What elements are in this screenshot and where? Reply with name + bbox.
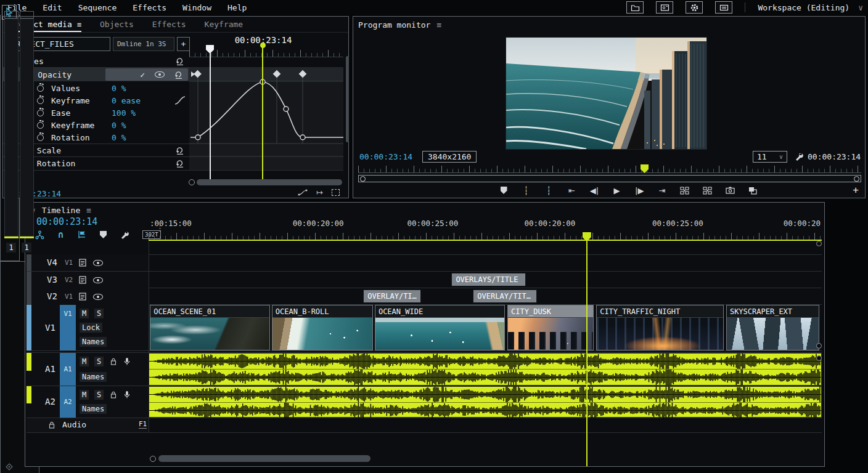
wrench-icon[interactable] — [795, 152, 803, 161]
graph-playhead-secondary[interactable] — [210, 52, 211, 180]
reset-icon[interactable] — [176, 147, 184, 155]
lock-icon[interactable] — [110, 358, 117, 365]
overwrite-icon[interactable] — [748, 187, 758, 195]
step-back-icon[interactable]: ◀| — [589, 186, 599, 195]
marker-icon[interactable] — [100, 231, 107, 238]
eye-icon[interactable] — [93, 277, 103, 283]
keyframe-curve[interactable] — [189, 67, 343, 171]
tab-keyframe[interactable]: Keyframe — [205, 20, 244, 29]
edge-knob-mid[interactable] — [816, 343, 822, 349]
graph-playhead[interactable] — [262, 47, 263, 180]
wrench-icon[interactable] — [120, 230, 129, 239]
tab-effects[interactable]: Effects — [152, 20, 186, 29]
add-button[interactable]: + — [177, 37, 190, 51]
display-icon[interactable] — [715, 1, 732, 14]
extract-icon[interactable] — [702, 187, 712, 195]
menu-window[interactable]: Window — [182, 3, 211, 12]
menu-effects[interactable]: Effects — [133, 3, 166, 12]
video-preview[interactable] — [506, 38, 706, 149]
names-button[interactable]: Names — [80, 404, 107, 414]
video-clip[interactable]: SKYSCRAPER_EXT — [726, 305, 819, 350]
edge-knob-top[interactable] — [816, 241, 822, 246]
track-header-v4[interactable]: V4V1 — [27, 254, 149, 271]
lock-icon[interactable] — [110, 391, 117, 398]
solo-button[interactable]: S — [94, 309, 104, 318]
stopwatch-icon[interactable] — [37, 110, 44, 116]
edge-knob-low[interactable] — [816, 355, 822, 361]
trim-icon[interactable]: ↦ — [316, 188, 323, 197]
mute-button[interactable]: M — [80, 357, 89, 366]
timeline-playhead[interactable] — [586, 232, 588, 466]
menu-help[interactable]: Help — [227, 3, 247, 12]
property-value[interactable]: 100 % — [112, 108, 136, 118]
graph-vertical-scrollbar[interactable] — [346, 56, 349, 142]
track-header-v3[interactable]: V3V2 — [27, 272, 149, 288]
mic-icon[interactable] — [124, 390, 130, 399]
export-frame-icon[interactable] — [725, 187, 735, 194]
track-target-badge[interactable]: V1 — [60, 305, 76, 350]
panel-menu-icon[interactable]: ≡ — [436, 20, 441, 30]
names-button[interactable]: Names — [80, 372, 107, 382]
track-header-v1[interactable]: V1V1MSLockNames — [27, 305, 149, 350]
ease-curve-icon[interactable] — [174, 96, 186, 105]
reset-icon[interactable] — [176, 57, 184, 65]
insert-icon[interactable] — [77, 230, 86, 239]
overlay-clip[interactable]: OVERLAY/TIT… — [473, 289, 537, 303]
panel-menu-icon[interactable]: ≡ — [77, 20, 81, 29]
route-icon[interactable] — [35, 230, 44, 240]
scrub-knob-left[interactable] — [360, 176, 366, 182]
property-value[interactable]: 0 % — [112, 84, 126, 93]
property-value[interactable]: 0 % — [112, 133, 126, 142]
marker-icon[interactable] — [499, 187, 509, 194]
mark-in-icon[interactable]: ┆ — [522, 186, 531, 195]
video-clip[interactable]: CITY_TRAFFIC_NIGHT — [596, 305, 723, 350]
monitor-playhead-handle[interactable] — [641, 164, 649, 173]
step-forward-icon[interactable]: |▶ — [634, 186, 644, 195]
track-options-icon[interactable] — [79, 293, 86, 301]
eye-icon[interactable] — [93, 294, 103, 300]
lock-icon[interactable] — [49, 421, 55, 429]
overlay-clip[interactable]: OVERLAYS/TITLE — [451, 273, 525, 286]
monitor-ruler[interactable] — [358, 164, 861, 173]
render-icon[interactable] — [656, 1, 673, 14]
lock-button[interactable]: Lock — [80, 323, 102, 333]
track-options-icon[interactable] — [79, 259, 86, 267]
add-button[interactable]: + — [853, 184, 859, 196]
graph-playhead-handle[interactable] — [260, 42, 266, 48]
go-to-in-icon[interactable]: ⇤ — [567, 186, 576, 195]
mute-button[interactable]: M — [80, 390, 89, 400]
menu-sequence[interactable]: Sequence — [78, 3, 117, 12]
stopwatch-icon[interactable] — [37, 97, 44, 104]
bin-selector[interactable]: Dmline 1n 3S — [113, 37, 174, 51]
audio-clip-a1[interactable] — [149, 353, 822, 386]
track-header-v2[interactable]: V2V1 — [27, 288, 149, 305]
timeline-ruler[interactable] — [149, 230, 822, 240]
panel-menu-icon[interactable]: ≡ — [86, 206, 91, 215]
video-clip[interactable]: OCEAN_WIDE — [375, 305, 505, 350]
video-clip[interactable]: OCEAN_SCENE_01 — [150, 305, 269, 350]
go-to-out-icon[interactable]: ⇥ — [657, 186, 667, 195]
curve-link-icon[interactable] — [298, 188, 308, 196]
track-target-badge[interactable]: A2 — [60, 386, 76, 418]
settings-icon[interactable] — [686, 1, 703, 14]
menu-edit[interactable]: Edit — [43, 3, 62, 12]
track-target-badge[interactable]: A1 — [60, 353, 76, 386]
video-clip[interactable]: CITY_DUSK — [507, 305, 594, 350]
lift-icon[interactable] — [680, 187, 690, 195]
track-options-icon[interactable] — [79, 276, 86, 284]
mark-out-icon[interactable]: ┆ — [544, 186, 554, 195]
work-area-bar[interactable] — [149, 240, 822, 241]
graph-scroll-knob[interactable] — [189, 179, 195, 185]
audio-fit-button[interactable]: F1 — [139, 420, 147, 429]
timeline-scroll-knob[interactable] — [150, 456, 156, 462]
mute-button[interactable]: M — [80, 309, 89, 318]
video-clip[interactable]: OCEAN_B-ROLL — [272, 305, 373, 350]
property-value[interactable]: 0 ease — [112, 96, 141, 105]
workspace-switcher[interactable]: Workspace (Editing) ∨ — [758, 3, 863, 12]
scrub-knob-right[interactable] — [854, 176, 859, 182]
overlay-clip[interactable]: OVERLAY/TI… — [363, 289, 421, 303]
stopwatch-icon[interactable] — [37, 134, 44, 141]
tab-objects[interactable]: Objects — [100, 20, 134, 29]
eye-icon[interactable] — [93, 260, 103, 266]
solo-button[interactable]: S — [94, 390, 104, 400]
